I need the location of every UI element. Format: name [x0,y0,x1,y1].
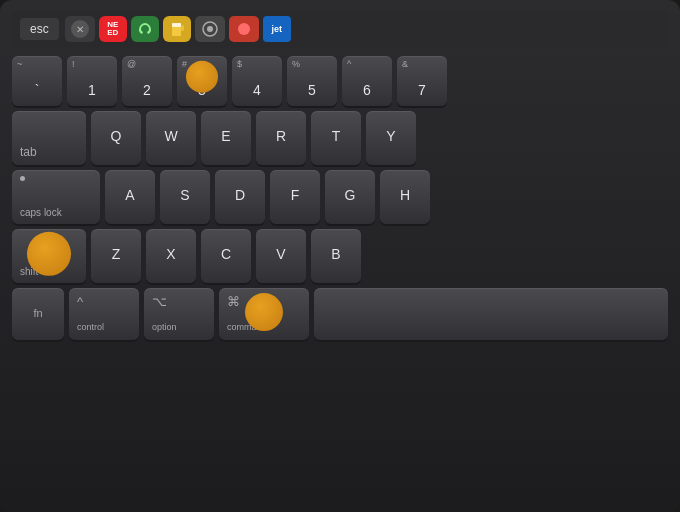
esc-key[interactable]: esc [20,18,59,40]
touch-bar-app-circle[interactable] [195,16,225,42]
zxcvb-row: shift Z X C V B [12,229,668,283]
key-1[interactable]: ! 1 [67,56,117,106]
jet-label: jet [271,24,282,34]
orange-dot-command [245,293,283,331]
key-caps-lock[interactable]: caps lock [12,170,100,224]
svg-point-4 [207,26,213,32]
key-y[interactable]: Y [366,111,416,165]
keyboard-container: esc ✕ NE ED [0,0,680,512]
key-r[interactable]: R [256,111,306,165]
orange-dot-shift [27,232,71,276]
svg-rect-2 [181,25,184,31]
touch-bar-app-jet[interactable]: jet [263,16,291,42]
key-w[interactable]: W [146,111,196,165]
key-x[interactable]: X [146,229,196,283]
key-tab[interactable]: tab [12,111,86,165]
key-q[interactable]: Q [91,111,141,165]
key-s[interactable]: S [160,170,210,224]
key-e[interactable]: E [201,111,251,165]
touch-bar-apps: ✕ NE ED [65,16,660,42]
qwerty-row: tab Q W E R T Y [12,111,668,165]
record-icon [238,23,250,35]
touch-bar-app-close[interactable]: ✕ [65,16,95,42]
bottom-row: fn ^ control ⌥ option ⌘ command [12,288,668,340]
key-c[interactable]: C [201,229,251,283]
key-a[interactable]: A [105,170,155,224]
key-4[interactable]: $ 4 [232,56,282,106]
key-control[interactable]: ^ control [69,288,139,340]
leaf-icon [137,21,153,37]
key-backtick[interactable]: ~ ` [12,56,62,106]
key-b[interactable]: B [311,229,361,283]
key-fn[interactable]: fn [12,288,64,340]
key-7[interactable]: & 7 [397,56,447,106]
touch-bar-app-leaf[interactable] [131,16,159,42]
touch-bar-app-ned[interactable]: NE ED [99,16,127,42]
key-h[interactable]: H [380,170,430,224]
key-3[interactable]: # 3 [177,56,227,106]
close-icon: ✕ [71,20,89,38]
key-option[interactable]: ⌥ option [144,288,214,340]
key-z[interactable]: Z [91,229,141,283]
number-row: ~ ` ! 1 @ 2 # 3 $ 4 [12,56,668,106]
beer-icon [170,20,184,38]
touch-bar-app-record[interactable] [229,16,259,42]
touch-bar: esc ✕ NE ED [12,10,668,48]
key-f[interactable]: F [270,170,320,224]
key-6[interactable]: ^ 6 [342,56,392,106]
svg-rect-1 [172,23,181,27]
key-v[interactable]: V [256,229,306,283]
orange-dot-3 [186,61,218,93]
key-d[interactable]: D [215,170,265,224]
key-2[interactable]: @ 2 [122,56,172,106]
key-space[interactable] [314,288,668,340]
key-shift-left[interactable]: shift [12,229,86,283]
key-g[interactable]: G [325,170,375,224]
caps-lock-led [20,176,25,181]
key-5[interactable]: % 5 [287,56,337,106]
asdf-row: caps lock A S D F G H [12,170,668,224]
circle-icon [201,20,219,38]
key-command[interactable]: ⌘ command [219,288,309,340]
key-t[interactable]: T [311,111,361,165]
touch-bar-app-beer[interactable] [163,16,191,42]
keyboard: ~ ` ! 1 @ 2 # 3 $ 4 [12,56,668,340]
